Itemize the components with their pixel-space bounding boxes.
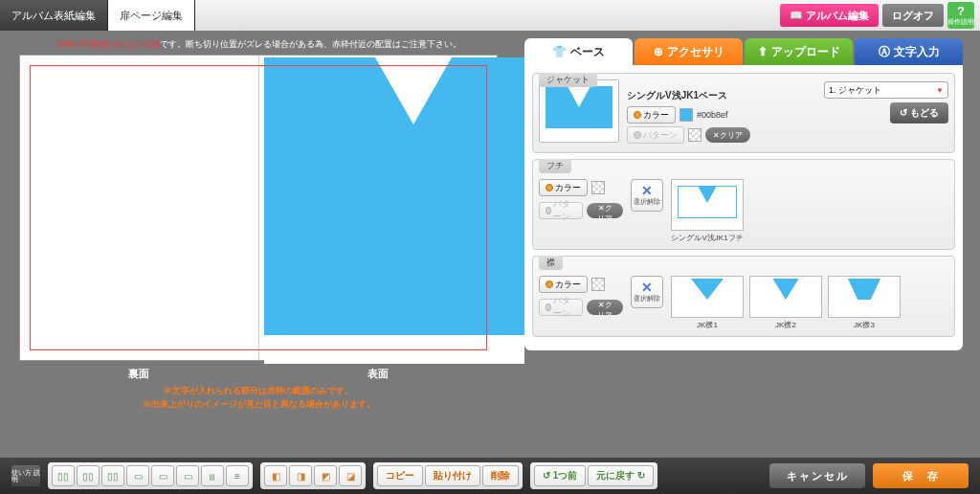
close-icon: ✕: [641, 184, 653, 197]
trim-guide: [30, 65, 487, 350]
fuchi-clear-button[interactable]: ✕クリア: [587, 203, 623, 218]
fuchi-row: フチ カラー パターン ✕クリア ✕ 選択解除: [532, 159, 955, 250]
eri-option-3[interactable]: JK襟3: [828, 276, 901, 330]
eri-color-swatch[interactable]: [591, 278, 605, 291]
history-group: ↺ 1つ前 元に戻す ↻: [530, 462, 657, 489]
jacket-thumbnail[interactable]: [539, 79, 619, 143]
send-back-icon[interactable]: ◪: [339, 465, 362, 486]
top-warning: 赤枠が印刷後の仕上がり線です。断ち切り位置がズレる場合がある為、赤枠付近の配置は…: [56, 38, 461, 51]
layer-group: ◧ ◨ ◩ ◪: [260, 462, 366, 489]
send-backward-icon[interactable]: ◩: [314, 465, 337, 486]
distribute-h-icon[interactable]: ⫼: [201, 465, 224, 486]
eri-clear-button[interactable]: ✕クリア: [587, 300, 623, 315]
save-button[interactable]: 保 存: [873, 463, 969, 488]
edit-group: コピー 貼り付け 削除: [373, 462, 523, 489]
bottom-warning: ※文字が入れられる部分は赤枠の範囲のみです。 ※出来上がりのイメージが見た目と異…: [143, 385, 375, 411]
spread-canvas[interactable]: [19, 55, 498, 361]
usage-button[interactable]: 使い方 説明: [11, 465, 40, 486]
fuchi-section-label: フチ: [539, 159, 571, 173]
help-button[interactable]: ? 操作説明: [947, 2, 974, 29]
align-bottom-icon[interactable]: ▭: [176, 465, 199, 486]
jacket-name: シングルV浅JK1ベース: [627, 89, 816, 102]
tab-base[interactable]: 👕 ベース: [524, 38, 633, 65]
chevron-down-icon: ▼: [936, 86, 944, 95]
fuchi-unselect-button[interactable]: ✕ 選択解除: [631, 179, 663, 212]
align-left-icon[interactable]: ▯▯: [52, 465, 75, 486]
app-header: アルバム表紙編集 扉ページ編集 📖 アルバム編集 ログオフ ? 操作説明: [0, 0, 980, 31]
jacket-pattern-swatch[interactable]: [688, 128, 702, 142]
back-face-label: 裏面: [128, 367, 149, 381]
jacket-color-code: #00b8ef: [697, 110, 728, 120]
jacket-layer-dropdown[interactable]: 1. ジャケット ▼: [824, 81, 948, 99]
fuchi-color-swatch[interactable]: [591, 181, 605, 194]
header-tabs: アルバム表紙編集 扉ページ編集: [0, 0, 195, 31]
copy-button[interactable]: コピー: [377, 465, 423, 486]
tab-text[interactable]: Ⓐ 文字入力: [855, 38, 963, 65]
front-face-label: 表面: [368, 367, 389, 381]
jacket-color-button[interactable]: カラー: [627, 106, 676, 124]
jacket-clear-button[interactable]: ✕クリア: [705, 127, 750, 143]
align-center-icon[interactable]: ▯▯: [77, 465, 100, 486]
align-middle-icon[interactable]: ▭: [151, 465, 174, 486]
footer-toolbar: 使い方 説明 ▯▯ ▯▯ ▯▯ ▭ ▭ ▭ ⫼ ≡ ◧ ◨ ◩ ◪ コピー 貼り…: [0, 458, 980, 494]
jacket-pattern-button[interactable]: パターン: [627, 126, 684, 144]
delete-button[interactable]: 削除: [482, 465, 519, 486]
align-right-icon[interactable]: ▯▯: [101, 465, 124, 486]
eri-unselect-button[interactable]: ✕ 選択解除: [631, 276, 663, 308]
eri-row: 襟 カラー パターン ✕クリア ✕ 選択解除: [532, 256, 955, 337]
jacket-section-label: ジャケット: [539, 73, 597, 87]
align-group: ▯▯ ▯▯ ▯▯ ▭ ▭ ▭ ⫼ ≡: [48, 462, 253, 489]
text-icon: Ⓐ: [879, 44, 890, 60]
eri-section-label: 襟: [539, 256, 563, 270]
eri-option-1[interactable]: JK襟1: [671, 276, 744, 330]
fuchi-color-button[interactable]: カラー: [539, 179, 588, 196]
tab-album-cover-edit[interactable]: アルバム表紙編集: [0, 0, 108, 31]
redo-button[interactable]: 元に戻す ↻: [588, 465, 654, 486]
distribute-v-icon[interactable]: ≡: [226, 465, 249, 486]
eri-color-button[interactable]: カラー: [539, 276, 588, 293]
align-top-icon[interactable]: ▭: [126, 465, 149, 486]
book-icon: 📖: [790, 10, 803, 21]
fuchi-pattern-button[interactable]: パターン: [539, 202, 583, 219]
bring-front-icon[interactable]: ◧: [264, 465, 287, 486]
back-button[interactable]: ↺ もどる: [890, 102, 948, 124]
fuchi-option-1[interactable]: シングルV浅JK1フチ: [671, 179, 744, 243]
question-icon: ?: [957, 5, 965, 17]
side-panel: 👕 ベース ⊕ アクセサリ ⬆ アップロード Ⓐ 文字入力: [517, 38, 980, 458]
cancel-button[interactable]: キャンセル: [769, 463, 865, 488]
paste-button[interactable]: 貼り付け: [425, 465, 480, 486]
eri-pattern-button[interactable]: パターン: [539, 299, 583, 316]
close-icon: ✕: [641, 281, 653, 294]
jacket-color-swatch[interactable]: [679, 108, 693, 122]
shirt-icon: 👕: [552, 45, 567, 58]
tab-accessory[interactable]: ⊕ アクセサリ: [635, 38, 743, 65]
logoff-button[interactable]: ログオフ: [882, 4, 944, 27]
undo-button[interactable]: ↺ 1つ前: [534, 465, 586, 486]
main-area: 赤枠が印刷後の仕上がり線です。断ち切り位置がズレる場合がある為、赤枠付近の配置は…: [0, 31, 980, 458]
tab-door-page-edit[interactable]: 扉ページ編集: [108, 0, 195, 31]
plus-circle-icon: ⊕: [654, 45, 663, 58]
upload-icon: ⬆: [758, 45, 768, 58]
canvas-column: 赤枠が印刷後の仕上がり線です。断ち切り位置がズレる場合がある為、赤枠付近の配置は…: [0, 38, 517, 458]
panel-tabs: 👕 ベース ⊕ アクセサリ ⬆ アップロード Ⓐ 文字入力: [524, 38, 963, 65]
jacket-row: ジャケット シングルV浅JK1ベース カラー #00b8ef パターン: [532, 73, 955, 153]
tab-upload[interactable]: ⬆ アップロード: [745, 38, 853, 65]
eri-option-2[interactable]: JK襟2: [749, 276, 822, 330]
bring-forward-icon[interactable]: ◨: [289, 465, 312, 486]
album-edit-button[interactable]: 📖 アルバム編集: [780, 4, 879, 27]
